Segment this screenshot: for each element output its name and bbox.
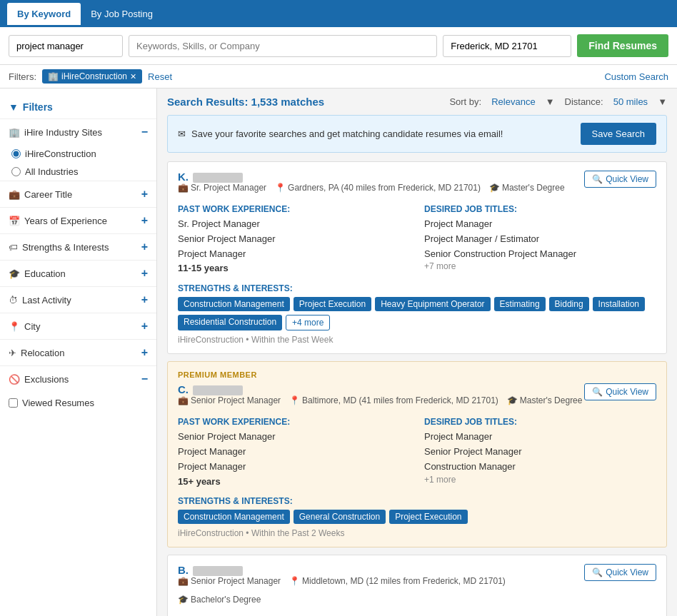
activity-toggle[interactable]: + (141, 293, 148, 306)
exclusions-toggle[interactable]: − (141, 373, 148, 385)
sidebar-option-ihireconstruction[interactable]: iHireConstruction (0, 145, 156, 163)
candidate-1-pw-3: Project Manager (178, 247, 410, 262)
search-bar: Find Resumes (0, 27, 677, 65)
skills-input[interactable] (129, 35, 437, 57)
tab-by-job-posting[interactable]: By Job Posting (81, 3, 163, 25)
sidebar-section-city-header[interactable]: 📍City + (0, 313, 156, 339)
industry-radio-all[interactable] (11, 167, 21, 176)
sidebar-section-strengths: 🏷Strengths & Interests + (0, 233, 156, 260)
sidebar-section-relocation-header[interactable]: ✈Relocation + (0, 340, 156, 365)
tag-c1-3: Estimating (494, 297, 546, 311)
sidebar-section-exclusions: 🚫Exclusions − (0, 365, 156, 392)
candidate-1-name[interactable]: K. (178, 171, 565, 183)
sidebar-section-education: 🎓Education + (0, 260, 156, 286)
strengths-toggle[interactable]: + (141, 241, 148, 253)
banner-message: Save your favorite searches and get matc… (191, 128, 503, 139)
city-toggle[interactable]: + (141, 320, 148, 333)
candidate-2-desired-title: DESIRED JOB TITLES: (424, 417, 656, 427)
location-input[interactable] (443, 35, 571, 57)
candidate-card-1-top: K. 💼Sr. Project Manager 📍Gardners, PA (4… (178, 171, 656, 200)
custom-search-link[interactable]: Custom Search (604, 71, 668, 82)
sidebar-section-activity: ⏱Last Activity + (0, 286, 156, 313)
career-icon: 💼 (9, 189, 20, 200)
viewed-resumes-checkbox[interactable] (9, 398, 18, 408)
relocation-toggle[interactable]: + (141, 346, 148, 359)
sidebar-section-strengths-header[interactable]: 🏷Strengths & Interests + (0, 234, 156, 260)
candidate-2-location: Baltimore, MD (41 miles from Frederick, … (302, 395, 498, 405)
candidate-2-dj-more: +1 more (424, 475, 656, 485)
sidebar-section-relocation: ✈Relocation + (0, 339, 156, 365)
save-search-button[interactable]: Save Search (581, 123, 656, 145)
candidate-3-name[interactable]: B. (178, 564, 584, 576)
candidate-1-dj-more: +7 more (424, 261, 656, 271)
grad-icon-3: 🎓 (178, 595, 189, 605)
tag-c1-more[interactable]: +4 more (286, 315, 330, 330)
candidate-1-body: PAST WORK EXPERIENCE: Sr. Project Manage… (178, 204, 656, 276)
candidate-2-name[interactable]: C. (178, 383, 582, 395)
reset-link[interactable]: Reset (148, 71, 172, 82)
candidate-card-1: K. 💼Sr. Project Manager 📍Gardners, PA (4… (167, 161, 667, 354)
viewed-resumes-checkbox-row[interactable]: Viewed Resumes (0, 392, 156, 414)
filter-arrow-icon: ▼ (9, 101, 19, 113)
results-count: Search Results: 1,533 matches (167, 96, 324, 108)
sidebar-section-activity-header[interactable]: ⏱Last Activity + (0, 287, 156, 313)
candidate-2-pw-3: Project Manager (178, 460, 410, 475)
tag-c1-0: Construction Management (178, 297, 290, 311)
career-toggle[interactable]: + (141, 188, 148, 201)
tag-c1-6: Residential Construction (178, 315, 282, 330)
tab-by-keyword[interactable]: By Keyword (7, 3, 81, 25)
candidate-2-location-meta: 📍Baltimore, MD (41 miles from Frederick,… (289, 395, 498, 405)
activity-label: Last Activity (22, 295, 71, 306)
viewed-resumes-label: Viewed Resumes (22, 398, 94, 408)
relocation-icon: ✈ (9, 348, 16, 358)
industry-radio-ihire[interactable] (11, 149, 21, 158)
filter-remove-button[interactable]: ✕ (130, 72, 136, 81)
distance-value[interactable]: 50 miles (613, 96, 648, 107)
experience-label: Years of Experience (24, 216, 107, 226)
sort-value[interactable]: Relevance (491, 96, 535, 107)
candidate-1-strengths-title: STRENGTHS & INTERESTS: (178, 283, 656, 293)
quick-view-label-3: Quick View (606, 567, 648, 577)
candidate-1-past-work-title: PAST WORK EXPERIENCE: (178, 204, 410, 214)
relocation-label: Relocation (21, 348, 64, 358)
activity-icon: ⏱ (9, 295, 18, 306)
sidebar-section-industry-header[interactable]: 🏢iHire Industry Sites − (0, 119, 156, 145)
candidate-3-quick-view[interactable]: 🔍 Quick View (584, 564, 656, 581)
sidebar-section-city: 📍City + (0, 313, 156, 339)
results-area: Search Results: 1,533 matches Sort by: R… (157, 89, 677, 616)
sort-label: Sort by: (449, 96, 481, 107)
candidate-2-pw-1: Senior Project Manager (178, 430, 410, 445)
find-resumes-button[interactable]: Find Resumes (577, 34, 668, 57)
candidate-1-meta: 💼Sr. Project Manager 📍Gardners, PA (40 m… (178, 183, 565, 193)
quick-view-label-2: Quick View (606, 387, 648, 397)
exclusions-label: Exclusions (24, 374, 69, 385)
sidebar-section-career-header[interactable]: 💼Career Title + (0, 181, 156, 207)
candidate-1-footer: iHireConstruction • Within the Past Week (178, 335, 656, 345)
option-label-all: All Industries (25, 166, 78, 177)
industry-toggle[interactable]: − (141, 126, 148, 138)
candidate-1-quick-view[interactable]: 🔍 Quick View (584, 171, 656, 188)
education-icon: 🎓 (9, 268, 20, 279)
candidate-3-meta: 💼Senior Project Manager 📍Middletown, MD … (178, 576, 584, 605)
candidate-2-strengths-title: STRENGTHS & INTERESTS: (178, 496, 656, 506)
candidate-2-quick-view[interactable]: 🔍 Quick View (584, 383, 656, 400)
sidebar-section-exclusions-header[interactable]: 🚫Exclusions − (0, 366, 156, 392)
education-toggle[interactable]: + (141, 267, 148, 280)
sidebar-section-experience-header[interactable]: 📅Years of Experience + (0, 208, 156, 233)
tag-c2-2: Project Execution (389, 510, 467, 524)
candidate-2-dj-1: Project Manager (424, 430, 656, 445)
filters-label: Filters: (9, 71, 36, 82)
tag-c2-0: Construction Management (178, 510, 290, 524)
candidate-2-job-title: Senior Project Manager (191, 395, 281, 405)
search-icon-2: 🔍 (592, 387, 603, 397)
sidebar-section-education-header[interactable]: 🎓Education + (0, 261, 156, 286)
tag-c2-1: General Construction (294, 510, 386, 524)
tag-c1-5: Installation (593, 297, 645, 311)
candidate-1-pw-years: 11-15 years (178, 261, 410, 276)
keyword-input[interactable] (9, 35, 123, 57)
briefcase-icon-3: 💼 (178, 576, 189, 586)
experience-toggle[interactable]: + (141, 214, 148, 227)
candidate-2-name-redacted (193, 385, 243, 395)
sidebar-option-all-industries[interactable]: All Industries (0, 163, 156, 181)
search-icon-1: 🔍 (592, 174, 603, 184)
